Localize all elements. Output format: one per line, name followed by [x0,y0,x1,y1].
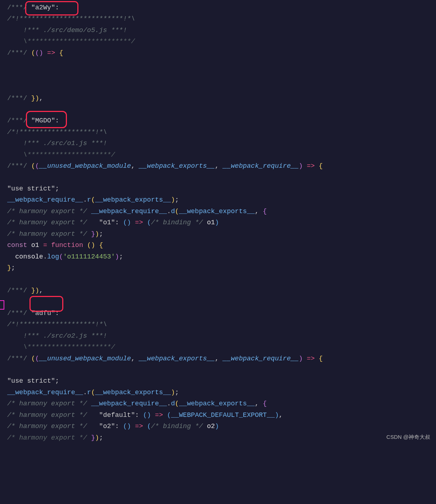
code-block: /***/ "a2Wy": /*!***********************… [0,0,436,444]
banner-line: \*********************/ [15,343,115,351]
cursor-mark [0,300,4,310]
banner-line: \**************************/ [15,38,135,45]
banner-line: !*** ./src/o1.js ***! [15,140,107,147]
module-id-MGDO: "MGDO" [31,117,55,125]
watermark: CSDN @神奇大叔 [386,432,430,442]
module-id-a2Wy: "a2Wy" [31,4,55,12]
marker: /***/ [7,4,27,12]
banner-line: /*!*******************!*\ [7,321,107,328]
banner-line: !*** ./src/demo/o5.js ***! [15,27,127,34]
banner-line: /*!**************************!*\ [7,15,135,23]
banner-line: \*********************/ [15,151,115,159]
banner-line: !*** ./src/o2.js ***! [15,332,107,340]
banner-line: /*!*******************!*\ [7,129,107,136]
module-id-adfu: "adfu" [31,310,55,317]
